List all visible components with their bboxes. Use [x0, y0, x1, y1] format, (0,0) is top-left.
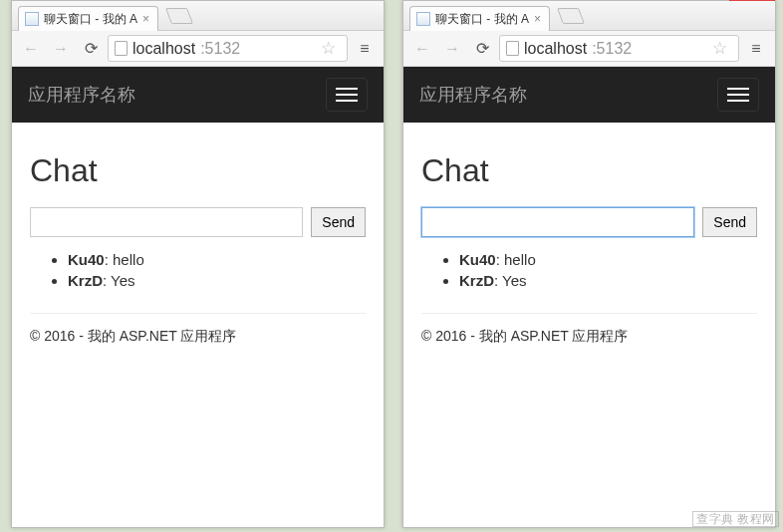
browser-window-right: × 聊天窗口 - 我的 A × ← → ⟳ localhost:5132 ☆ ≡…	[402, 0, 776, 528]
url-port: :5132	[200, 40, 240, 58]
send-button[interactable]: Send	[311, 207, 366, 237]
msg-user: KrzD	[68, 272, 103, 289]
message-input[interactable]	[30, 207, 303, 237]
tab-strip: 聊天窗口 - 我的 A ×	[12, 1, 384, 31]
forward-button[interactable]: →	[439, 36, 465, 62]
message-list: Ku40: hello KrzD: Yes	[48, 251, 366, 289]
new-tab-button[interactable]	[166, 8, 194, 24]
app-brand[interactable]: 应用程序名称	[419, 83, 527, 107]
tab-title: 聊天窗口 - 我的 A	[435, 11, 529, 28]
back-button[interactable]: ←	[18, 36, 44, 62]
url-port: :5132	[592, 40, 632, 58]
tab-close-icon[interactable]: ×	[534, 12, 541, 26]
list-item: Ku40: hello	[68, 251, 366, 268]
page-icon	[506, 41, 519, 56]
page-content: Chat Send Ku40: hello KrzD: Yes © 2016 -…	[403, 123, 775, 356]
reload-button[interactable]: ⟳	[469, 36, 495, 62]
message-list: Ku40: hello KrzD: Yes	[439, 251, 757, 289]
tab-strip: 聊天窗口 - 我的 A ×	[403, 1, 775, 31]
address-bar[interactable]: localhost:5132 ☆	[108, 35, 348, 62]
send-button[interactable]: Send	[702, 207, 757, 237]
favicon-icon	[416, 12, 430, 26]
address-bar[interactable]: localhost:5132 ☆	[499, 35, 739, 62]
list-item: KrzD: Yes	[459, 272, 757, 289]
msg-user: KrzD	[459, 272, 494, 289]
tab-title: 聊天窗口 - 我的 A	[44, 11, 137, 28]
app-brand[interactable]: 应用程序名称	[28, 83, 135, 107]
msg-text: hello	[113, 251, 144, 268]
footer-text: © 2016 - 我的 ASP.NET 应用程序	[421, 328, 757, 346]
favicon-icon	[25, 12, 39, 26]
list-item: Ku40: hello	[459, 251, 757, 268]
list-item: KrzD: Yes	[68, 272, 366, 289]
page-title: Chat	[30, 152, 366, 189]
nav-toggle-button[interactable]	[326, 78, 368, 112]
watermark: 查字典 教程网	[690, 511, 779, 528]
browser-tab[interactable]: 聊天窗口 - 我的 A ×	[409, 6, 550, 31]
footer-text: © 2016 - 我的 ASP.NET 应用程序	[30, 328, 366, 346]
divider	[421, 313, 757, 314]
message-input[interactable]	[421, 207, 694, 237]
bookmark-star-icon[interactable]: ☆	[706, 36, 732, 62]
browser-toolbar: ← → ⟳ localhost:5132 ☆ ≡	[12, 31, 384, 67]
divider	[30, 313, 366, 314]
chrome-menu-button[interactable]: ≡	[352, 36, 378, 62]
reload-button[interactable]: ⟳	[78, 36, 104, 62]
browser-toolbar: ← → ⟳ localhost:5132 ☆ ≡	[403, 31, 775, 67]
msg-text: Yes	[502, 272, 526, 289]
app-navbar: 应用程序名称	[403, 67, 775, 123]
send-row: Send	[30, 207, 366, 237]
page-title: Chat	[421, 152, 757, 189]
new-tab-button[interactable]	[558, 8, 586, 24]
browser-window-left: 聊天窗口 - 我的 A × ← → ⟳ localhost:5132 ☆ ≡ 应…	[11, 0, 385, 528]
send-row: Send	[421, 207, 757, 237]
chrome-menu-button[interactable]: ≡	[743, 36, 769, 62]
page-icon	[115, 41, 128, 56]
app-navbar: 应用程序名称	[12, 67, 384, 123]
msg-user: Ku40	[68, 251, 105, 268]
forward-button[interactable]: →	[48, 36, 74, 62]
url-host: localhost	[132, 40, 195, 58]
browser-tab[interactable]: 聊天窗口 - 我的 A ×	[18, 6, 158, 31]
url-host: localhost	[524, 40, 587, 58]
nav-toggle-button[interactable]	[717, 78, 759, 112]
msg-user: Ku40	[459, 251, 496, 268]
msg-text: hello	[504, 251, 536, 268]
msg-text: Yes	[111, 272, 134, 289]
tab-close-icon[interactable]: ×	[142, 12, 149, 26]
page-content: Chat Send Ku40: hello KrzD: Yes © 2016 -…	[12, 123, 384, 356]
back-button[interactable]: ←	[409, 36, 435, 62]
bookmark-star-icon[interactable]: ☆	[315, 36, 341, 62]
